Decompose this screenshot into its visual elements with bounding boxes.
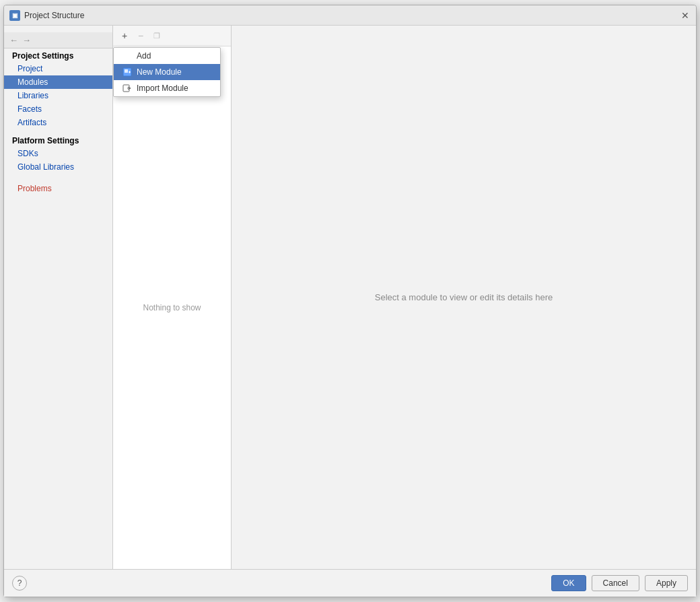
ok-button[interactable]: OK [551, 575, 586, 591]
bottom-bar: ? OK Cancel Apply [4, 569, 696, 597]
dropdown-item-new-module[interactable]: New Module [114, 64, 220, 80]
sidebar-item-modules[interactable]: Modules [4, 75, 112, 89]
app-icon: ▣ [9, 10, 20, 21]
detail-empty-text: Select a module to view or edit its deta… [375, 292, 553, 302]
center-area: + − ❐ Add [113, 26, 696, 569]
project-settings-header: Project Settings [4, 48, 112, 62]
import-module-icon [122, 83, 133, 93]
sidebar-item-project[interactable]: Project [4, 62, 112, 75]
sidebar: ← → Project Settings Project Modules Lib… [4, 26, 113, 569]
module-list-body: Nothing to show [113, 46, 231, 569]
empty-message: Nothing to show [143, 303, 201, 312]
copy-button[interactable]: ❐ [149, 28, 164, 43]
sidebar-item-facets[interactable]: Facets [4, 102, 112, 116]
project-structure-dialog: ▣ Project Structure ✕ ← → Project Settin… [3, 5, 697, 597]
dropdown-item-add[interactable]: Add [114, 48, 220, 64]
module-panel: + − ❐ Add [113, 26, 232, 569]
apply-button[interactable]: Apply [645, 575, 688, 591]
add-icon [122, 51, 133, 61]
add-button[interactable]: + [117, 28, 132, 43]
title-bar: ▣ Project Structure ✕ [4, 5, 696, 26]
help-button[interactable]: ? [12, 576, 27, 591]
svg-rect-1 [125, 69, 128, 73]
cancel-button[interactable]: Cancel [592, 575, 639, 591]
detail-panel: Select a module to view or edit its deta… [232, 26, 696, 569]
dialog-body: ← → Project Settings Project Modules Lib… [4, 26, 696, 569]
close-button[interactable]: ✕ [680, 10, 691, 21]
dropdown-item-import-module[interactable]: Import Module [114, 80, 220, 96]
module-toolbar: + − ❐ Add [113, 26, 231, 46]
platform-settings-header: Platform Settings [4, 133, 112, 147]
remove-button[interactable]: − [133, 28, 148, 43]
nav-arrows: ← → [4, 32, 112, 48]
sidebar-item-artifacts[interactable]: Artifacts [4, 116, 112, 129]
sidebar-item-libraries[interactable]: Libraries [4, 89, 112, 102]
forward-arrow[interactable]: → [21, 35, 32, 45]
dialog-title: Project Structure [24, 11, 680, 20]
add-dropdown-menu: Add New Module [113, 47, 221, 97]
back-arrow[interactable]: ← [8, 35, 20, 45]
sidebar-item-global-libraries[interactable]: Global Libraries [4, 160, 112, 174]
new-module-icon [122, 67, 133, 77]
sidebar-item-problems[interactable]: Problems [4, 182, 112, 195]
sidebar-item-sdks[interactable]: SDKs [4, 147, 112, 160]
